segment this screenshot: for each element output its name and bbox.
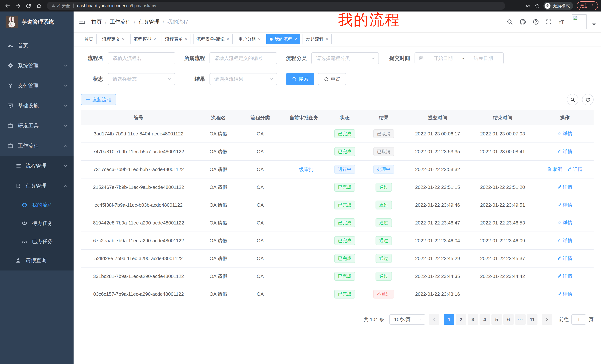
browser-reload-icon[interactable] (26, 3, 31, 9)
pager-ellipsis[interactable]: ··· (515, 314, 526, 325)
tab-3[interactable]: 流程表单 × (161, 34, 191, 44)
font-size-icon[interactable]: TT (559, 19, 565, 25)
tab-6[interactable]: 我的流程 × (266, 34, 300, 44)
address-bar[interactable]: 不安全 dashboard.yudao.iocoder.cn/bpm/task/… (47, 2, 505, 10)
sidebar: 芋道管理系统 首页 系统管理 支付管理 基础设施 研发工具 工作流程 流程管理 … (0, 11, 74, 364)
close-icon[interactable]: × (294, 37, 297, 42)
sidebar-item-task-mgmt[interactable]: 任务管理 (0, 176, 74, 196)
page-button-2[interactable]: 2 (456, 314, 466, 325)
cell-category: OA (241, 149, 280, 154)
page-button-11[interactable]: 11 (527, 314, 538, 325)
cell-category: OA (241, 131, 280, 137)
sidebar-item-my-process[interactable]: 我的流程 (0, 196, 74, 214)
cell-actions: 详情 (536, 130, 594, 137)
sidebar-item-devtools[interactable]: 研发工具 (0, 116, 74, 136)
sidebar-item-infra[interactable]: 基础设施 (0, 96, 74, 116)
tab-label: 用户分组 (238, 36, 256, 42)
close-icon[interactable]: × (185, 37, 187, 42)
help-icon[interactable] (533, 19, 539, 25)
table-search-button[interactable] (567, 94, 578, 105)
action-link[interactable]: 取消 (547, 166, 562, 172)
not-secure-icon (51, 4, 55, 8)
action-link[interactable]: 详情 (557, 255, 572, 262)
sidebar-item-home[interactable]: 首页 (0, 36, 74, 56)
browser-menu-icon[interactable] (591, 3, 595, 8)
action-link[interactable]: 详情 (557, 130, 572, 137)
fullscreen-icon[interactable] (546, 19, 552, 25)
close-icon[interactable]: × (227, 37, 229, 42)
process-definition-input[interactable] (210, 52, 277, 64)
action-link[interactable]: 详情 (557, 184, 572, 190)
date-range-picker[interactable]: 开始日期 - 结束日期 (415, 52, 504, 64)
page-button-4[interactable]: 4 (480, 314, 490, 325)
prev-page-button[interactable] (429, 314, 440, 325)
action-link[interactable]: 详情 (557, 220, 572, 226)
browser-update-button[interactable]: 更新 (577, 1, 598, 10)
sidebar-item-done-task[interactable]: 已办任务 (0, 232, 74, 250)
search-button[interactable]: 搜索 (286, 73, 314, 85)
page-button-5[interactable]: 5 (491, 314, 502, 325)
sidebar-item-payment[interactable]: 支付管理 (0, 76, 74, 96)
tab-5[interactable]: 用户分组 × (235, 34, 264, 44)
edit-icon (557, 131, 562, 136)
action-link[interactable]: 详情 (557, 148, 572, 155)
process-name-input[interactable] (108, 52, 175, 64)
sidebar-item-label: 研发工具 (18, 122, 39, 129)
next-page-button[interactable] (542, 314, 552, 325)
action-link[interactable]: 详情 (567, 166, 583, 172)
sidebar-item-todo-task[interactable]: 待办任务 (0, 214, 74, 232)
reset-button[interactable]: 重置 (318, 73, 346, 85)
action-link[interactable]: 详情 (557, 202, 572, 208)
close-icon[interactable]: × (326, 37, 328, 42)
cell-result: 不通过 (361, 290, 406, 298)
github-icon[interactable] (520, 19, 526, 25)
eye-closed-icon (21, 238, 28, 244)
page-button-1[interactable]: 1 (444, 314, 454, 325)
status-select[interactable]: 请选择状态 (108, 73, 175, 85)
search-icon[interactable] (507, 19, 513, 25)
close-icon[interactable]: × (153, 37, 156, 42)
sidebar-item-leave-query[interactable]: 请假查询 (0, 250, 74, 270)
action-link[interactable]: 详情 (557, 273, 572, 279)
cell-name: OA 请假 (196, 148, 241, 155)
sidebar-item-workflow[interactable]: 工作流程 (0, 136, 74, 156)
tab-2[interactable]: 流程模型 × (130, 34, 159, 44)
browser-back-icon[interactable] (5, 3, 10, 9)
tab-1[interactable]: 流程定义 × (99, 34, 128, 44)
page-button-3[interactable]: 3 (468, 314, 478, 325)
user-icon (15, 258, 21, 263)
cell-result: 通过 (361, 254, 406, 263)
close-icon[interactable]: × (258, 37, 261, 42)
action-link[interactable]: 详情 (557, 237, 572, 244)
page-size-select[interactable]: 10条/页 (389, 314, 425, 325)
category-select[interactable]: 请选择流程分类 (311, 52, 379, 64)
sidebar-item-system[interactable]: 系统管理 (0, 56, 74, 76)
bookmark-star-icon[interactable] (534, 3, 540, 8)
breadcrumb-task-mgmt[interactable]: 任务管理 (139, 18, 159, 25)
breadcrumb-workflow[interactable]: 工作流程 (110, 18, 130, 25)
goto-page-input[interactable] (571, 314, 586, 325)
hamburger-icon[interactable] (79, 19, 85, 25)
sidebar-submenu: 流程管理 任务管理 我的流程 待办任务 已办任务 请假查询 (0, 156, 74, 270)
tab-7[interactable]: 发起流程 × (302, 34, 332, 44)
table-refresh-button[interactable] (582, 94, 594, 105)
page-button-6[interactable]: 6 (503, 314, 514, 325)
cell-current-task[interactable]: 一级审批 (280, 166, 328, 173)
browser-forward-icon[interactable] (15, 3, 21, 9)
sidebar-item-process-mgmt[interactable]: 流程管理 (0, 156, 74, 176)
tab-4[interactable]: 流程表单-编辑 × (193, 34, 233, 44)
action-link[interactable]: 详情 (557, 291, 572, 297)
create-process-button[interactable]: 发起流程 (81, 94, 116, 105)
caret-down-icon[interactable] (591, 21, 597, 28)
cell-name: OA 请假 (196, 202, 241, 208)
avatar[interactable] (572, 14, 587, 29)
browser-home-icon[interactable] (36, 3, 42, 9)
breadcrumb-home[interactable]: 首页 (91, 18, 102, 25)
gauge-icon (7, 43, 13, 49)
cell-category: OA (241, 238, 280, 244)
close-icon[interactable]: × (122, 37, 125, 42)
col-result: 结果 (361, 115, 406, 121)
password-key-icon[interactable] (526, 3, 531, 8)
tab-0[interactable]: 首页 (81, 34, 97, 44)
result-select[interactable]: 请选择流结果 (210, 73, 277, 85)
